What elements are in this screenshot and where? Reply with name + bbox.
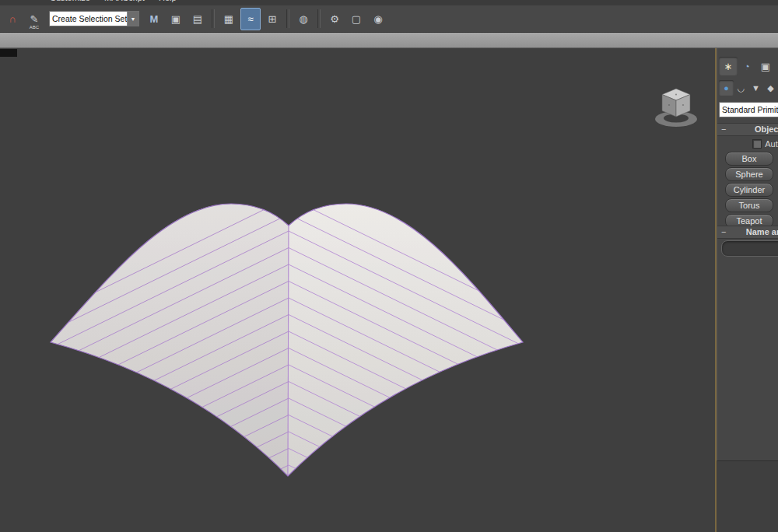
viewcube-dot [668,104,670,106]
viewcube[interactable] [648,82,704,132]
render-setup-icon[interactable]: ⚙ [324,8,345,30]
app-window: Customize MAXScript Help ∩✎ABC Create Se… [0,0,778,532]
tab-create[interactable]: ∗ [719,57,738,75]
tab-modify[interactable]: ◔ [738,57,756,75]
cylinder-button[interactable]: Cylinder [725,183,773,197]
layer-manager-icon[interactable]: ▤ [187,8,208,30]
menu-items-row: Customize MAXScript Help [50,0,177,2]
subcategory-value: Standard Primitives [720,105,778,114]
object-name-field[interactable] [721,240,778,257]
ribbon-collapsed-strip [0,33,778,48]
toolbar-icons-left: ∩✎ABC [2,8,45,30]
toolbar-separator [317,9,321,28]
graphite-modeling-tools-icon[interactable]: ▦ [219,8,239,30]
snap-toggle-icon[interactable]: ∩ [2,8,23,30]
category-geometry-icon[interactable]: ● [719,80,734,96]
material-editor-icon[interactable]: ◍ [293,8,314,30]
rendered-frame-window-icon[interactable]: ▢ [346,8,366,30]
category-cameras-icon[interactable]: ◆ [763,80,778,96]
create-categories: ●◡▼◆⊕ [719,80,778,96]
tab-hierarchy[interactable]: ▣ [756,57,775,75]
torus-button[interactable]: Torus [725,198,773,212]
named-selection-sets-combo[interactable]: Create Selection Set ▼ [49,11,139,26]
category-shapes-icon[interactable]: ◡ [734,80,748,96]
tab-motion[interactable]: ◎ [775,57,778,75]
edit-named-selection-sets-icon[interactable]: ✎ABC [24,8,44,30]
object-type-buttons: BoxSphereCylinderTorusTeapot [725,152,773,228]
mirror-icon[interactable]: M [144,8,164,30]
viewcube-dot [682,104,684,106]
schematic-view-icon[interactable]: ⊞ [262,8,282,30]
align-icon[interactable]: ▣ [166,8,186,30]
rollout-title: Name and Color [717,227,778,236]
main-toolbar: ∩✎ABC Create Selection Set ▼ M▣▤▦≈⊞◍⚙▢◉ [0,5,778,33]
viewcube-dot [675,93,677,95]
menu-customize[interactable]: Customize [50,0,90,2]
subcategory-combo[interactable]: Standard Primitives ▼ [719,102,778,117]
dropdown-arrow-icon[interactable]: ▼ [127,12,138,26]
named-selection-sets-value: Create Selection Set [50,14,127,23]
rollout-title: Object Type [717,124,778,134]
command-panel: ∗◔▣◎ ●◡▼◆⊕ Standard Primitives ▼ − Objec… [717,48,778,461]
rollout-object-type[interactable]: − Object Type [717,123,778,136]
curve-editor-icon[interactable]: ≈ [240,8,261,30]
toolbar-separator [286,9,289,28]
menu-maxscript[interactable]: MAXScript [104,0,145,2]
toolbar-icons-right: M▣▤▦≈⊞◍⚙▢◉ [143,8,389,30]
autogrid-row: AutoGrid [717,139,778,149]
category-lights-icon[interactable]: ▼ [748,80,763,96]
menu-help[interactable]: Help [159,0,177,2]
box-button[interactable]: Box [725,152,773,166]
menubar: Customize MAXScript Help [0,0,778,5]
canopy-surface-object[interactable] [0,48,715,532]
autogrid-checkbox[interactable] [752,139,762,149]
toolbar-separator [212,9,215,28]
rollout-name-and-color[interactable]: − Name and Color [717,226,778,239]
autogrid-label: AutoGrid [765,139,778,149]
command-panel-tabs: ∗◔▣◎ [719,57,778,75]
perspective-viewport[interactable] [0,48,715,532]
sphere-button[interactable]: Sphere [725,167,773,181]
render-production-icon[interactable]: ◉ [368,8,388,30]
